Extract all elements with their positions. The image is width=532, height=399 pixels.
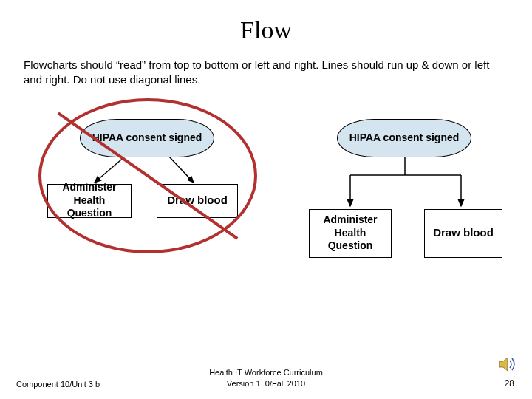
diagram-area: HIPAA consent signed Administer Health Q… (0, 106, 532, 327)
svg-marker-6 (499, 358, 508, 371)
page-title: Flow (0, 16, 532, 44)
footer-center-text: Health IT Workforce Curriculum Version 1… (209, 367, 323, 389)
description-text: Flowcharts should “read” from top to bot… (24, 58, 508, 88)
right-top-node: HIPAA consent signed (337, 119, 471, 157)
footer-center-line2: Version 1. 0/Fall 2010 (227, 379, 305, 388)
speaker-icon (498, 356, 517, 372)
prohibition-circle-icon (38, 98, 257, 253)
footer-left-text: Component 10/Unit 3 b (16, 380, 100, 389)
page-number: 28 (505, 378, 514, 389)
footer-center-line1: Health IT Workforce Curriculum (209, 368, 323, 377)
right-bottom-left-node: Administer Health Question (309, 209, 392, 258)
right-bottom-right-node: Draw blood (424, 209, 502, 258)
